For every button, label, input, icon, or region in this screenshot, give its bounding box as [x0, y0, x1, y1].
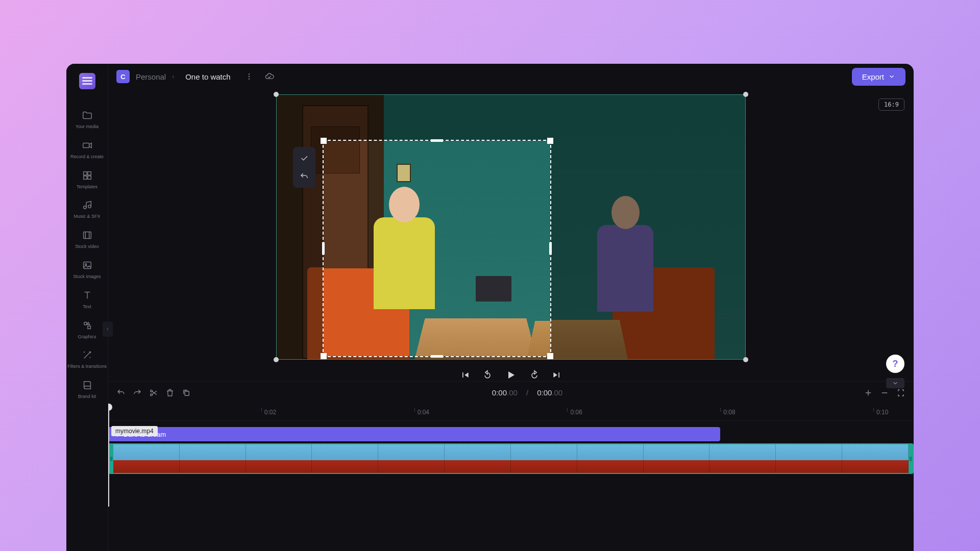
forward-icon [529, 370, 540, 380]
project-name[interactable]: One to watch [180, 70, 235, 83]
sidebar-item-your-media[interactable]: Your media [66, 105, 108, 135]
sidebar-item-templates[interactable]: Templates [66, 165, 108, 195]
crop-handle-bottom-left[interactable] [321, 353, 327, 359]
split-button[interactable] [149, 388, 158, 397]
zoom-out-button[interactable] [880, 388, 889, 397]
aspect-ratio-badge[interactable]: 16:9 [878, 98, 904, 111]
crop-handle-left[interactable] [322, 242, 325, 255]
undo-icon [116, 388, 126, 397]
svg-rect-4 [87, 176, 90, 179]
playhead[interactable] [108, 405, 109, 507]
redo-button[interactable] [133, 388, 142, 397]
chevron-down-icon [892, 380, 899, 387]
svg-rect-17 [185, 391, 189, 395]
zoom-fit-button[interactable] [896, 388, 905, 397]
more-options-button[interactable] [242, 69, 256, 84]
shapes-icon [82, 320, 93, 331]
sidebar-item-brand-kit[interactable]: Brand kit [66, 374, 108, 405]
sidebar-item-stock-images[interactable]: Stock images [66, 255, 108, 285]
ruler-tick: 0:08 [720, 404, 735, 420]
clip-trim-right[interactable]: || [909, 444, 913, 473]
sidebar-item-graphics[interactable]: Graphics [66, 315, 108, 345]
sidebar-item-text[interactable]: Text [66, 285, 108, 315]
sidebar-item-label: Stock images [73, 274, 101, 280]
question-icon: ? [893, 359, 898, 369]
total-time: 0:00 [537, 388, 552, 397]
crop-handle-right[interactable] [549, 242, 552, 255]
skip-end-button[interactable] [552, 370, 562, 380]
timeline[interactable]: 0:020:040:060:080:10 T Dare to dream mym… [108, 404, 914, 551]
canvas-handle-bottom-left[interactable] [274, 357, 279, 362]
workspace-badge[interactable]: C [116, 70, 130, 83]
chevron-down-icon [888, 73, 895, 80]
canvas[interactable] [276, 94, 746, 360]
timeline-toolbar: 0:00.00 / 0:00.00 [108, 381, 914, 404]
preview-area: 16:9 ? [108, 89, 914, 381]
duplicate-button[interactable] [182, 388, 191, 397]
crop-reset-button[interactable] [296, 168, 312, 185]
play-button[interactable] [505, 369, 517, 381]
video-thumbnail [644, 444, 710, 473]
undo-icon [300, 172, 309, 181]
skip-end-icon [552, 370, 562, 380]
text-clip[interactable]: T Dare to dream mymovie.mp4 [108, 427, 720, 441]
app-logo-icon[interactable] [79, 73, 95, 89]
playback-controls [460, 369, 562, 381]
crop-handle-top[interactable] [431, 139, 443, 142]
sidebar-item-label: Your media [76, 124, 99, 130]
crop-handle-bottom-right[interactable] [547, 353, 553, 359]
zoom-in-button[interactable] [864, 388, 873, 397]
copy-icon [182, 388, 191, 397]
video-thumbnail [378, 444, 445, 473]
sidebar-item-record-create[interactable]: Record & create [66, 135, 108, 165]
canvas-handle-top-right[interactable] [743, 92, 748, 97]
breadcrumb-chevron-icon: › [172, 73, 174, 80]
sidebar-item-stock-video[interactable]: Stock video [66, 224, 108, 255]
panel-expand-button[interactable] [886, 378, 904, 388]
grid-icon [82, 170, 93, 181]
video-clip[interactable]: || || [108, 443, 914, 474]
undo-button[interactable] [116, 388, 126, 397]
sidebar: Your media Record & create Templates Mus… [66, 64, 108, 551]
sidebar-item-music-sfx[interactable]: Music & SFX [66, 194, 108, 224]
crop-handle-top-right[interactable] [547, 138, 553, 144]
export-label: Export [862, 72, 884, 81]
crop-confirm-button[interactable] [296, 150, 312, 166]
plus-icon [864, 388, 873, 397]
help-button[interactable]: ? [886, 355, 904, 373]
skip-start-button[interactable] [460, 370, 470, 380]
check-icon [300, 154, 309, 163]
video-thumbnail [445, 444, 511, 473]
book-icon [82, 380, 93, 391]
timeline-ruler[interactable]: 0:020:040:060:080:10 [108, 404, 914, 421]
export-button[interactable]: Export [852, 68, 905, 86]
cloud-sync-button[interactable] [262, 69, 277, 84]
crop-selection[interactable] [323, 140, 551, 357]
video-thumbnail [709, 444, 776, 473]
workspace-name[interactable]: Personal [136, 72, 166, 81]
crop-handle-top-left[interactable] [321, 138, 327, 144]
film-icon [82, 230, 93, 241]
current-time: 0:00 [492, 388, 507, 397]
sidebar-item-filters-transitions[interactable]: Filters & transitions [66, 344, 108, 374]
svg-point-13 [248, 76, 249, 77]
clip-trim-left[interactable]: || [109, 444, 113, 473]
skip-start-icon [460, 370, 470, 380]
svg-point-14 [248, 78, 249, 79]
trash-icon [165, 388, 175, 397]
minus-icon [880, 388, 889, 397]
folder-icon [82, 110, 93, 121]
sidebar-item-label: Brand kit [78, 394, 96, 399]
ruler-tick: 0:04 [414, 404, 429, 420]
crop-handle-bottom[interactable] [431, 355, 443, 358]
sidebar-item-label: Templates [77, 184, 97, 190]
sidebar-item-label: Graphics [78, 334, 96, 340]
delete-button[interactable] [165, 388, 175, 397]
forward-button[interactable] [529, 370, 540, 380]
video-thumbnail [577, 444, 644, 473]
canvas-handle-top-left[interactable] [274, 92, 279, 97]
rewind-button[interactable] [482, 370, 493, 380]
canvas-handle-bottom-right[interactable] [743, 357, 748, 362]
timecode-display: 0:00.00 / 0:00.00 [492, 388, 562, 397]
fit-icon [896, 388, 905, 397]
